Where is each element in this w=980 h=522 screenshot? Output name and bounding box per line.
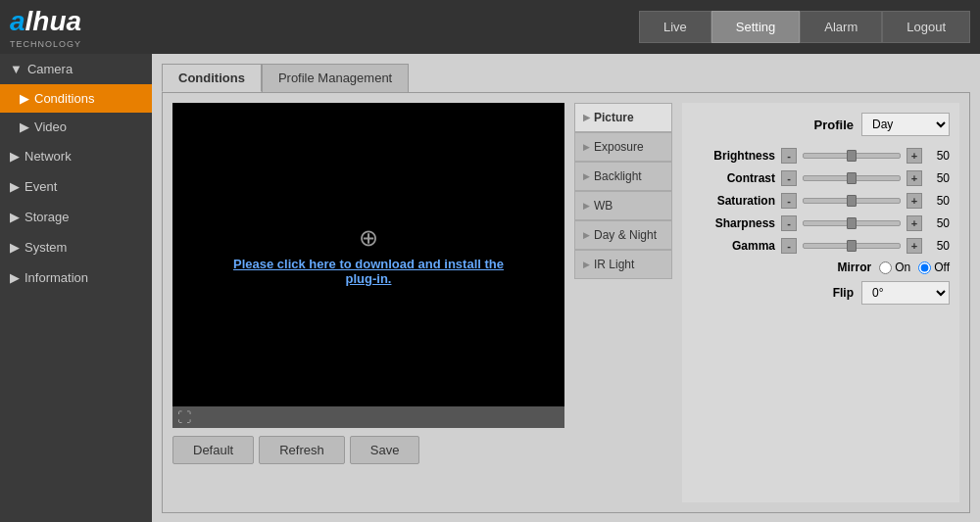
camera-arrow-icon: ▼ — [10, 62, 23, 76]
sidebar-title-information[interactable]: ▶ Information — [0, 262, 152, 293]
header: a lhua TECHNOLOGY Live Setting Alarm Log… — [0, 0, 980, 54]
brightness-track[interactable] — [803, 153, 901, 159]
saturation-plus[interactable]: + — [906, 193, 922, 209]
sidebar-title-storage[interactable]: ▶ Storage — [0, 202, 152, 232]
gamma-track[interactable] — [803, 243, 901, 249]
storage-arrow-icon: ▶ — [10, 210, 20, 224]
sidebar-system-label: System — [24, 240, 67, 255]
gamma-label: Gamma — [707, 239, 775, 253]
flip-label: Flip — [785, 286, 854, 300]
contrast-value: 50 — [928, 171, 950, 185]
information-arrow-icon: ▶ — [10, 270, 20, 285]
sidebar-camera-label: Camera — [27, 62, 73, 76]
logo-text: lhua — [25, 6, 82, 37]
contrast-minus[interactable]: - — [781, 170, 797, 186]
brightness-value: 50 — [928, 149, 950, 163]
picture-menu-item-irlight[interactable]: ▶ IR Light — [574, 250, 672, 279]
logo: a lhua TECHNOLOGY — [10, 6, 81, 49]
gamma-row: Gamma - + 50 — [692, 238, 950, 254]
sharpness-thumb[interactable] — [847, 217, 857, 229]
sidebar-section-network: ▶ Network — [0, 141, 152, 171]
sidebar-title-event[interactable]: ▶ Event — [0, 171, 152, 202]
nav-live[interactable]: Live — [639, 11, 711, 43]
refresh-button[interactable]: Refresh — [259, 436, 345, 464]
wb-tri-icon: ▶ — [583, 201, 590, 211]
video-arrow-icon: ▶ — [20, 119, 29, 134]
profile-label: Profile — [814, 118, 854, 132]
tab-profile-management[interactable]: Profile Management — [262, 64, 409, 92]
brightness-plus[interactable]: + — [906, 148, 922, 164]
sidebar-section-camera: ▼ Camera ▶ Conditions ▶ Video — [0, 54, 152, 141]
saturation-track[interactable] — [803, 198, 901, 204]
sharpness-label: Sharpness — [707, 216, 775, 230]
tab-conditions[interactable]: Conditions — [162, 64, 262, 92]
sidebar-title-system[interactable]: ▶ System — [0, 232, 152, 262]
picture-menu-item-picture[interactable]: ▶ Picture — [574, 103, 672, 132]
gamma-minus[interactable]: - — [781, 238, 797, 254]
mirror-on-option[interactable]: On — [879, 261, 910, 274]
picture-menu-item-backlight[interactable]: ▶ Backlight — [574, 162, 672, 191]
settings-panel: Profile Day Night Normal Brightness - + … — [682, 103, 959, 502]
video-screen: ⊕ Please click here to download and inst… — [172, 103, 564, 406]
sidebar-section-storage: ▶ Storage — [0, 202, 152, 232]
plugin-link[interactable]: Please click here to download and instal… — [233, 257, 504, 286]
profile-row: Profile Day Night Normal — [692, 113, 950, 136]
sharpness-row: Sharpness - + 50 — [692, 215, 950, 231]
irlight-label: IR Light — [594, 258, 634, 271]
saturation-thumb[interactable] — [847, 195, 857, 207]
nav-logout[interactable]: Logout — [882, 11, 970, 43]
sharpness-plus[interactable]: + — [906, 215, 922, 231]
sidebar-item-conditions[interactable]: ▶ Conditions — [0, 84, 152, 113]
sidebar-title-camera[interactable]: ▼ Camera — [0, 54, 152, 84]
gamma-thumb[interactable] — [847, 240, 857, 252]
mirror-off-option[interactable]: Off — [918, 261, 950, 274]
sharpness-minus[interactable]: - — [781, 215, 797, 231]
nav-setting[interactable]: Setting — [711, 11, 800, 43]
picture-menu: ▶ Picture ▶ Exposure ▶ Backlight ▶ WB ▶ — [574, 103, 672, 502]
gamma-plus[interactable]: + — [906, 238, 922, 254]
sidebar-section-information: ▶ Information — [0, 262, 152, 293]
contrast-track[interactable] — [803, 175, 901, 181]
saturation-minus[interactable]: - — [781, 193, 797, 209]
brightness-row: Brightness - + 50 — [692, 148, 950, 164]
mirror-label: Mirror — [803, 261, 871, 274]
fullscreen-icon[interactable]: ⛶ — [177, 409, 191, 425]
nav-buttons: Live Setting Alarm Logout — [639, 11, 970, 43]
flip-select[interactable]: 0° 90° 180° 270° — [861, 281, 950, 305]
contrast-thumb[interactable] — [847, 172, 857, 184]
irlight-tri-icon: ▶ — [583, 260, 590, 269]
mirror-row: Mirror On Off — [692, 261, 950, 274]
event-arrow-icon: ▶ — [10, 179, 20, 194]
video-area: ⊕ Please click here to download and inst… — [172, 103, 564, 502]
saturation-label: Saturation — [707, 194, 775, 208]
picture-menu-item-daynight[interactable]: ▶ Day & Night — [574, 220, 672, 250]
contrast-plus[interactable]: + — [906, 170, 922, 186]
brightness-minus[interactable]: - — [781, 148, 797, 164]
sidebar-storage-label: Storage — [24, 210, 70, 224]
mirror-radio-group: On Off — [879, 261, 950, 274]
default-button[interactable]: Default — [172, 436, 254, 464]
sidebar-item-video[interactable]: ▶ Video — [0, 113, 152, 141]
sidebar-network-label: Network — [24, 149, 72, 164]
contrast-row: Contrast - + 50 — [692, 170, 950, 186]
profile-select[interactable]: Day Night Normal — [861, 113, 950, 136]
sharpness-value: 50 — [928, 216, 950, 230]
mirror-on-radio[interactable] — [879, 261, 892, 274]
brightness-label: Brightness — [707, 149, 775, 163]
sidebar-title-network[interactable]: ▶ Network — [0, 141, 152, 171]
mirror-off-radio[interactable] — [918, 261, 931, 274]
sidebar-event-label: Event — [24, 179, 57, 194]
sharpness-track[interactable] — [803, 220, 901, 226]
daynight-tri-icon: ▶ — [583, 230, 590, 240]
brightness-thumb[interactable] — [847, 150, 857, 162]
picture-menu-item-wb[interactable]: ▶ WB — [574, 191, 672, 220]
picture-menu-item-exposure[interactable]: ▶ Exposure — [574, 132, 672, 162]
daynight-label: Day & Night — [594, 228, 657, 242]
save-button[interactable]: Save — [350, 436, 420, 464]
nav-alarm[interactable]: Alarm — [800, 11, 882, 43]
backlight-label: Backlight — [594, 169, 642, 183]
network-arrow-icon: ▶ — [10, 149, 20, 164]
wb-label: WB — [594, 199, 612, 213]
gamma-value: 50 — [928, 239, 950, 253]
tab-content-conditions: ⊕ Please click here to download and inst… — [162, 92, 970, 513]
